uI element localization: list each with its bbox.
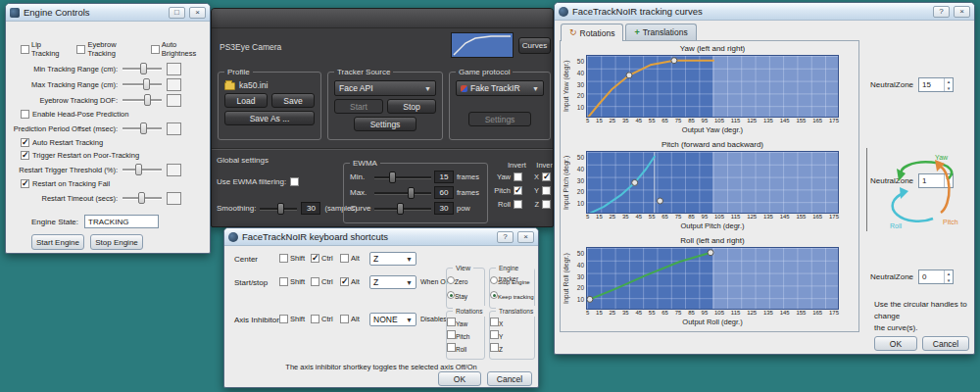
help-icon[interactable]: ? xyxy=(497,231,514,243)
disable-roll-checkbox[interactable] xyxy=(447,343,456,352)
enable-prediction-checkbox[interactable] xyxy=(21,110,29,119)
close-icon[interactable]: × xyxy=(517,231,534,243)
eyebrow-dof-spin[interactable] xyxy=(167,94,181,107)
trigger-restart-checkbox[interactable] xyxy=(21,151,29,160)
startstop-shift-checkbox[interactable] xyxy=(279,277,288,286)
close-icon[interactable]: × xyxy=(189,7,206,19)
invert-pitch-checkbox[interactable] xyxy=(514,186,522,195)
curve-handle[interactable] xyxy=(632,179,638,185)
startstop-ctrl-checkbox[interactable] xyxy=(311,277,319,286)
max-tracking-range-slider[interactable] xyxy=(122,78,162,90)
restart-timeout-spin[interactable] xyxy=(167,192,181,205)
center-key-select[interactable]: Z▼ xyxy=(369,252,416,266)
spin-down-icon[interactable]: ▾ xyxy=(945,277,953,284)
restore-icon[interactable]: □ xyxy=(169,7,185,19)
ewma-min-slider[interactable] xyxy=(374,172,431,183)
inhibitor-alt-checkbox[interactable] xyxy=(340,315,349,323)
invert-y-checkbox[interactable] xyxy=(542,186,551,195)
invert-z-checkbox[interactable] xyxy=(542,200,551,209)
spin-down-icon[interactable]: ▾ xyxy=(945,85,953,92)
roll-curve[interactable] xyxy=(587,248,839,310)
load-button[interactable]: Load xyxy=(224,93,268,108)
curve-handle[interactable] xyxy=(708,250,713,256)
tracker-settings-button[interactable]: Settings xyxy=(354,117,416,131)
min-tracking-range-slider[interactable] xyxy=(122,63,162,74)
start-engine-button[interactable]: Start Engine xyxy=(31,234,84,250)
tracker-source-select[interactable]: Face API ▼ xyxy=(334,80,436,96)
restart-on-fail-checkbox[interactable] xyxy=(21,179,29,188)
prediction-offset-spin[interactable] xyxy=(167,122,181,135)
center-shift-checkbox[interactable] xyxy=(279,254,288,263)
invert-yaw-checkbox[interactable] xyxy=(514,172,522,181)
ok-button[interactable]: OK xyxy=(874,336,917,351)
lip-tracking-checkbox[interactable] xyxy=(21,45,29,54)
auto-brightness-checkbox[interactable] xyxy=(151,45,160,54)
roll-neutralzone-spinner[interactable]: 0▴▾ xyxy=(918,270,954,284)
min-tracking-range-spin[interactable] xyxy=(167,63,181,75)
inhibitor-shift-checkbox[interactable] xyxy=(279,315,288,323)
yaw-curve[interactable] xyxy=(587,56,839,118)
protocol-settings-button[interactable]: Settings xyxy=(468,112,531,126)
stop-engine-radio[interactable] xyxy=(490,276,498,284)
cancel-button[interactable]: Cancel xyxy=(487,371,532,386)
tracker-start-button[interactable]: Start xyxy=(334,99,383,114)
view-zero-radio[interactable] xyxy=(447,276,455,284)
view-stay-radio[interactable] xyxy=(447,291,455,299)
center-ctrl-checkbox[interactable] xyxy=(311,254,319,263)
tab-rotations[interactable]: ↻ Rotations xyxy=(561,24,623,41)
invert-roll-checkbox[interactable] xyxy=(514,200,522,209)
curve-handle[interactable] xyxy=(658,198,663,204)
smoothing-slider[interactable] xyxy=(260,203,297,215)
disable-pitch-checkbox[interactable] xyxy=(447,330,456,339)
game-protocol-select[interactable]: Fake TrackIR ▼ xyxy=(456,80,544,96)
tracker-stop-button[interactable]: Stop xyxy=(387,99,436,114)
curve-handle[interactable] xyxy=(587,296,593,302)
eyebrow-dof-slider[interactable] xyxy=(122,94,162,106)
rotation-gizmo[interactable]: Yaw Pitch Roll xyxy=(888,150,962,230)
startstop-alt-checkbox[interactable] xyxy=(340,277,349,286)
save-button[interactable]: Save xyxy=(271,93,315,108)
pitch-curve[interactable] xyxy=(587,152,839,214)
keep-tracking-radio[interactable] xyxy=(490,291,498,299)
inhibitor-ctrl-checkbox[interactable] xyxy=(311,315,319,323)
ewma-max-slider[interactable] xyxy=(374,187,431,199)
ewma-filtering-checkbox[interactable] xyxy=(290,177,299,186)
pitch-plot[interactable] xyxy=(586,151,839,214)
cancel-button[interactable]: Cancel xyxy=(922,336,969,351)
roll-plot[interactable] xyxy=(586,247,839,310)
invert-x-checkbox[interactable] xyxy=(542,172,551,181)
smoothing-value[interactable]: 30 xyxy=(301,202,320,215)
startstop-key-select[interactable]: Z▼ xyxy=(369,275,416,289)
max-tracking-range-spin[interactable] xyxy=(167,78,181,91)
ewma-curve-slider[interactable] xyxy=(374,203,431,215)
tab-translations[interactable]: + Translations xyxy=(625,24,696,40)
disable-z-checkbox[interactable] xyxy=(490,343,499,352)
shortcuts-titlebar[interactable]: FaceTrackNoIR keyboard shortcuts ? × xyxy=(224,228,538,246)
close-icon[interactable]: × xyxy=(954,6,970,18)
yaw-neutralzone-spinner[interactable]: 15▴▾ xyxy=(918,77,954,92)
ok-button[interactable]: OK xyxy=(438,371,481,386)
center-alt-checkbox[interactable] xyxy=(340,254,349,263)
save-as-button[interactable]: Save As ... xyxy=(224,111,315,125)
restart-timeout-slider[interactable] xyxy=(122,192,162,204)
disable-y-checkbox[interactable] xyxy=(490,330,499,339)
engine-controls-titlebar[interactable]: Engine Controls □ × xyxy=(6,4,210,22)
curve-handle[interactable] xyxy=(626,73,632,78)
curves-button[interactable]: Curves xyxy=(518,37,551,54)
ewma-max-value[interactable]: 60 xyxy=(434,186,454,199)
restart-threshold-spin[interactable] xyxy=(167,164,181,176)
ewma-min-value[interactable]: 15 xyxy=(434,171,454,183)
help-icon[interactable]: ? xyxy=(933,6,950,18)
restart-threshold-slider[interactable] xyxy=(122,164,162,175)
ewma-curve-value[interactable]: 30 xyxy=(434,202,454,215)
curves-titlebar[interactable]: FaceTrackNoIR tracking curves ? × xyxy=(555,3,974,21)
eyebrow-tracking-checkbox[interactable] xyxy=(76,45,85,54)
disable-x-checkbox[interactable] xyxy=(490,318,499,326)
stop-engine-button[interactable]: Stop Engine xyxy=(90,234,143,250)
prediction-offset-slider[interactable] xyxy=(122,122,162,134)
yaw-plot[interactable] xyxy=(586,55,839,118)
main-window-titlebar[interactable] xyxy=(212,9,553,28)
curve-handle[interactable] xyxy=(671,58,677,64)
auto-restart-checkbox[interactable] xyxy=(21,138,29,147)
engine-state-field[interactable]: TRACKING xyxy=(84,215,159,228)
